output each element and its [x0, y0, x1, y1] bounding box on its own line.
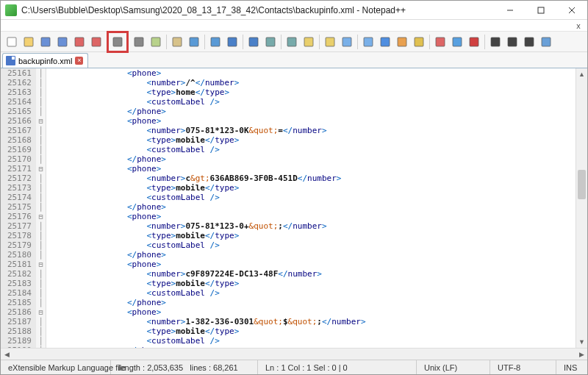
- toolbar-separator: [128, 35, 129, 49]
- doc-map-button[interactable]: [411, 34, 427, 50]
- status-eol[interactable]: Unix (LF): [417, 360, 490, 374]
- svg-rect-18: [326, 38, 334, 46]
- tab-backupinfo[interactable]: backupinfo.xml ×: [2, 53, 88, 68]
- replace-button[interactable]: [245, 34, 262, 50]
- zoom-out-button[interactable]: [284, 34, 300, 50]
- func-list-button[interactable]: [432, 34, 448, 50]
- zoom-in-button[interactable]: [262, 34, 279, 50]
- status-insert-mode[interactable]: INS: [556, 360, 587, 374]
- monitor-button[interactable]: [449, 34, 465, 50]
- svg-rect-15: [266, 38, 275, 46]
- toolbar-separator: [319, 35, 320, 49]
- sync-h-button[interactable]: [322, 34, 338, 50]
- svg-rect-22: [398, 38, 406, 46]
- notepadpp-icon: [5, 4, 17, 16]
- toolbar-separator: [243, 35, 243, 49]
- status-lines: lines : 68,261: [190, 363, 237, 372]
- toolbar-separator: [484, 35, 485, 49]
- open-file-button[interactable]: [21, 34, 37, 50]
- toolbar-separator: [107, 35, 107, 49]
- code-editor[interactable]: <phone> <number>/^</number> <type>home</…: [46, 68, 576, 348]
- svg-rect-23: [415, 38, 423, 46]
- svg-rect-9: [151, 38, 160, 46]
- stop-button[interactable]: [487, 34, 503, 50]
- toolbar: [1, 32, 587, 52]
- svg-rect-3: [41, 38, 50, 46]
- play-button[interactable]: [504, 34, 520, 50]
- svg-rect-21: [381, 38, 390, 46]
- svg-rect-14: [249, 38, 258, 46]
- svg-rect-20: [364, 38, 373, 46]
- xml-file-icon: [6, 56, 15, 65]
- save-button[interactable]: [37, 34, 54, 50]
- status-bar: eXtensible Markup Language file length :…: [1, 360, 587, 374]
- minimize-button[interactable]: [495, 1, 526, 20]
- line-number-gutter: 2516125162251632516425165251662516725168…: [1, 68, 36, 348]
- close-button[interactable]: [556, 1, 587, 20]
- close-all-button[interactable]: [88, 34, 104, 50]
- sync-v-button[interactable]: [301, 34, 317, 50]
- editor-area: 2516125162251632516425165251662516725168…: [1, 68, 587, 348]
- copy-button[interactable]: [148, 34, 164, 50]
- toolbar-separator: [204, 35, 205, 49]
- status-length-lines: length : 2,053,635 lines : 68,261: [111, 360, 258, 374]
- undo-button[interactable]: [186, 34, 202, 50]
- tab-label: backupinfo.xml: [18, 57, 72, 65]
- svg-rect-13: [228, 38, 237, 46]
- svg-rect-7: [113, 38, 122, 46]
- svg-rect-4: [58, 38, 67, 46]
- horizontal-scrollbar[interactable]: ◀ ▶: [1, 348, 587, 360]
- scroll-track[interactable]: [576, 80, 587, 336]
- scroll-up-icon[interactable]: ▲: [576, 68, 587, 80]
- maximize-button[interactable]: [526, 1, 556, 20]
- svg-rect-6: [92, 38, 101, 46]
- svg-rect-1: [7, 38, 16, 46]
- svg-rect-27: [491, 38, 500, 46]
- macro-save-button[interactable]: [538, 34, 554, 50]
- svg-rect-25: [453, 38, 462, 46]
- status-encoding[interactable]: UTF-8: [490, 360, 556, 374]
- scroll-left-icon[interactable]: ◀: [1, 349, 12, 360]
- svg-rect-11: [190, 38, 198, 46]
- cut-button[interactable]: [131, 34, 147, 50]
- status-length: length : 2,053,635: [118, 363, 183, 372]
- redo-button[interactable]: [207, 34, 223, 50]
- titlebar: C:\Users\Bubble\Desktop\Samsung\2020_08_…: [1, 1, 587, 20]
- svg-rect-19: [343, 38, 351, 46]
- close-button[interactable]: [71, 34, 87, 50]
- svg-rect-0: [538, 7, 544, 13]
- vertical-scrollbar[interactable]: ▲ ▼: [576, 68, 587, 348]
- tab-close-icon[interactable]: ×: [75, 57, 83, 65]
- toolbar-separator: [281, 35, 282, 49]
- app-window: C:\Users\Bubble\Desktop\Samsung\2020_08_…: [0, 0, 588, 375]
- svg-rect-29: [525, 38, 534, 46]
- new-file-button[interactable]: [4, 34, 20, 50]
- show-all-button[interactable]: [360, 34, 376, 50]
- scroll-down-icon[interactable]: ▼: [576, 336, 587, 348]
- svg-rect-12: [211, 38, 220, 46]
- save-all-button[interactable]: [54, 34, 71, 50]
- svg-rect-5: [75, 38, 84, 46]
- print-button[interactable]: [110, 34, 126, 50]
- toolbar-separator: [357, 35, 358, 49]
- scroll-thumb[interactable]: [578, 170, 586, 199]
- menu-bar: x: [1, 20, 587, 32]
- paste-button[interactable]: [169, 34, 185, 50]
- indent-guide-button[interactable]: [377, 34, 393, 50]
- fold-gutter[interactable]: │││││⊟││││⊟││││⊟││││⊟││││⊟││││⊟││: [36, 68, 46, 348]
- scroll-track-h[interactable]: [12, 349, 576, 360]
- menubar-close-icon[interactable]: x: [570, 20, 587, 31]
- word-wrap-button[interactable]: [339, 34, 355, 50]
- toolbar-separator: [166, 35, 167, 49]
- record-button[interactable]: [466, 34, 482, 50]
- svg-rect-10: [173, 38, 182, 46]
- toolbar-separator: [429, 35, 430, 49]
- play-multi-button[interactable]: [521, 34, 537, 50]
- svg-rect-2: [24, 38, 33, 46]
- scroll-right-icon[interactable]: ▶: [576, 349, 587, 360]
- svg-rect-26: [470, 38, 478, 46]
- svg-rect-17: [304, 38, 313, 46]
- find-button[interactable]: [224, 34, 240, 50]
- fold-toggle-button[interactable]: [394, 34, 410, 50]
- svg-rect-28: [508, 38, 517, 46]
